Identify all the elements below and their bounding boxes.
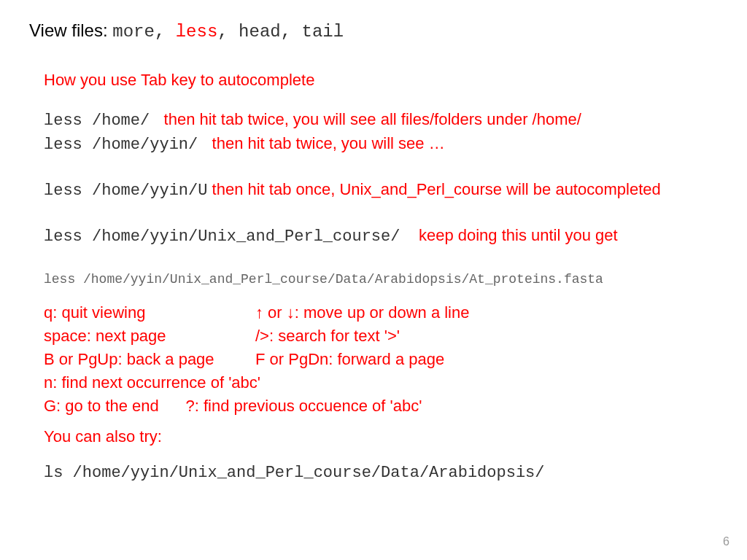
- also-try-label: You can also try:: [44, 427, 718, 446]
- cmd-text: less /home/yyin/: [44, 136, 207, 154]
- cmd-note: then hit tab once, Unix_and_Perl_course …: [207, 180, 660, 198]
- cmd-text: less /home/yyin/U: [44, 182, 207, 200]
- content-body: How you use Tab key to autocomplete less…: [29, 71, 718, 482]
- shortcut-row: space: next page />: search for text '>': [44, 324, 718, 348]
- cmd-text: less /home/yyin/Unix_and_Perl_course/: [44, 228, 410, 246]
- shortcut-row: G: go to the end ?: find previous occuen…: [44, 394, 718, 418]
- full-command: less /home/yyin/Unix_and_Perl_course/Dat…: [44, 272, 718, 287]
- shortcut-row: n: find next occurrence of 'abc': [44, 371, 718, 394]
- shortcut-key: B or PgUp: back a page: [44, 348, 255, 371]
- title-cmd-rest: , head, tail: [217, 22, 344, 42]
- title-cmd-less: less: [176, 22, 218, 42]
- cmd-note: keep doing this until you get: [410, 226, 618, 244]
- cmd-note: then hit tab twice, you will see …: [207, 134, 444, 152]
- page-number: 6: [723, 535, 729, 548]
- shortcut-key: ↑ or ↓: move up or down a line: [255, 301, 469, 324]
- slide-content: View files: more, less, head, tail How y…: [0, 0, 747, 502]
- shortcut-key: q: quit viewing: [44, 301, 255, 324]
- example-line-4: less /home/yyin/Unix_and_Perl_course/ ke…: [44, 226, 718, 246]
- shortcut-key: G: go to the end: [44, 397, 159, 415]
- shortcut-row: q: quit viewing ↑ or ↓: move up or down …: [44, 301, 718, 324]
- shortcut-key: ?: find previous occuence of 'abc': [185, 397, 422, 415]
- ls-command: ls /home/yyin/Unix_and_Perl_course/Data/…: [44, 464, 718, 482]
- section-heading: How you use Tab key to autocomplete: [44, 71, 718, 90]
- slide-title: View files: more, less, head, tail: [29, 20, 718, 42]
- example-line-1: less /home/ then hit tab twice, you will…: [44, 110, 718, 130]
- shortcut-row: B or PgUp: back a page F or PgDn: forwar…: [44, 348, 718, 371]
- shortcut-key: space: next page: [44, 324, 255, 348]
- cmd-note: then hit tab twice, you will see all fil…: [159, 110, 581, 128]
- title-cmd-more: more,: [112, 22, 175, 42]
- title-label: View files:: [29, 20, 112, 40]
- shortcut-key: F or PgDn: forward a page: [255, 348, 444, 371]
- shortcut-key: />: search for text '>': [255, 324, 400, 348]
- cmd-text: less /home/: [44, 112, 159, 130]
- example-line-3: less /home/yyin/U then hit tab once, Uni…: [44, 180, 718, 200]
- shortcuts-block: q: quit viewing ↑ or ↓: move up or down …: [44, 301, 718, 417]
- example-line-2: less /home/yyin/ then hit tab twice, you…: [44, 134, 718, 154]
